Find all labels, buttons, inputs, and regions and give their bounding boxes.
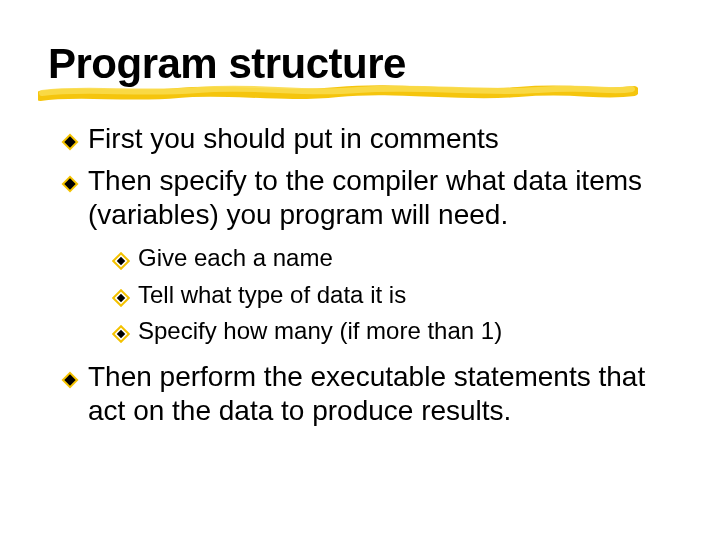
sub-list: Give each a name Tell what type of data … [88, 242, 672, 347]
bullet-marker-icon [60, 126, 80, 146]
bullet-list: First you should put in comments Then sp… [48, 122, 672, 428]
sub-marker-icon [112, 283, 130, 301]
sub-item: Tell what type of data it is [112, 279, 672, 311]
title-wrap: Program structure [48, 40, 672, 88]
sub-marker-icon [112, 319, 130, 337]
sub-item: Specify how many (if more than 1) [112, 315, 672, 347]
slide: Program structure First you should put i… [0, 0, 720, 540]
sub-item: Give each a name [112, 242, 672, 274]
bullet-text: Then perform the executable statements t… [88, 361, 645, 426]
svg-rect-5 [117, 257, 125, 265]
sub-text: Give each a name [138, 244, 333, 271]
sub-text: Specify how many (if more than 1) [138, 317, 502, 344]
bullet-marker-icon [60, 364, 80, 384]
bullet-item: Then perform the executable statements t… [60, 360, 672, 428]
sub-text: Tell what type of data it is [138, 281, 406, 308]
svg-rect-7 [117, 294, 125, 302]
bullet-item: First you should put in comments [60, 122, 672, 156]
bullet-marker-icon [60, 168, 80, 188]
bullet-text: Then specify to the compiler what data i… [88, 165, 642, 230]
sub-marker-icon [112, 246, 130, 264]
svg-rect-9 [117, 330, 125, 338]
slide-title: Program structure [48, 40, 672, 88]
bullet-item: Then specify to the compiler what data i… [60, 164, 672, 347]
bullet-text: First you should put in comments [88, 123, 499, 154]
